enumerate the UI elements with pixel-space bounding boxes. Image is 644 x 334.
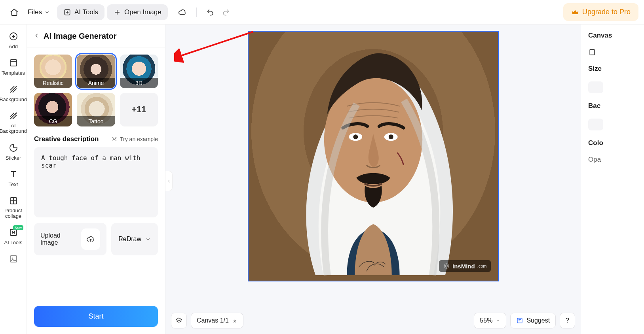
description-heading: Creative description	[34, 135, 99, 143]
back-button[interactable]	[34, 33, 40, 40]
panel-title: AI Image Generator	[44, 32, 117, 41]
style-tile-cg[interactable]: CG	[34, 93, 72, 126]
prop-opacity-heading: Opa	[588, 156, 644, 164]
sidebar-item-text[interactable]: Text	[0, 168, 27, 189]
svg-point-11	[388, 134, 393, 139]
templates-icon	[9, 58, 18, 68]
start-button[interactable]: Start	[34, 306, 158, 327]
undo-icon	[206, 8, 214, 16]
upload-image-button[interactable]: Upload Image	[34, 223, 106, 255]
sidebar-label: Background	[0, 96, 27, 102]
zoom-dropdown[interactable]: 55%	[474, 313, 506, 328]
sidebar-item-add[interactable]: Add	[0, 30, 27, 51]
chevron-down-icon	[496, 318, 500, 323]
new-badge: New	[13, 225, 23, 230]
svg-point-6	[11, 258, 13, 259]
help-button[interactable]: ?	[560, 313, 575, 328]
canvas-selector[interactable]: Canvas 1/1	[191, 313, 243, 328]
files-label: Files	[28, 8, 42, 16]
style-tile-realistic[interactable]: Realistic	[34, 55, 72, 88]
text-icon	[9, 170, 18, 179]
svg-rect-13	[517, 318, 522, 323]
sidebar-label: Text	[9, 181, 18, 187]
cloud-icon	[178, 8, 187, 17]
shuffle-icon	[111, 136, 117, 142]
sidebar-item-background[interactable]: Background	[0, 83, 27, 104]
style-more-button[interactable]: +11	[120, 93, 158, 126]
svg-point-12	[444, 264, 449, 268]
sidebar-label: AI Background	[0, 123, 27, 134]
layers-button[interactable]	[171, 313, 187, 328]
sidebar-item-sticker[interactable]: Sticker	[0, 142, 27, 162]
sticker-icon	[9, 143, 18, 153]
panel-collapse-handle[interactable]	[165, 171, 173, 191]
prop-background-heading: Bac	[588, 102, 644, 110]
canvas-area[interactable]: insMind.com Canvas 1/1 55% Suggest ?	[165, 25, 581, 334]
suggest-button[interactable]: Suggest	[510, 313, 556, 328]
main-area: Add Templates Background AI Background S…	[0, 25, 644, 334]
description-input[interactable]	[34, 147, 158, 217]
open-image-label: Open Image	[124, 8, 161, 16]
home-button[interactable]	[6, 4, 23, 20]
cloud-sync-button[interactable]	[174, 5, 191, 20]
sidebar-label: Product collage	[0, 208, 27, 219]
note-icon	[516, 317, 523, 324]
generated-image	[249, 32, 498, 281]
svg-point-9	[353, 134, 358, 139]
svg-rect-14	[590, 49, 595, 55]
layers-icon	[175, 317, 182, 324]
canvas-size-icon	[588, 48, 596, 56]
style-label: Tattoo	[77, 116, 115, 126]
crown-icon	[571, 8, 579, 16]
files-menu[interactable]: Files	[23, 5, 55, 19]
bottom-left-controls: Canvas 1/1	[171, 313, 243, 328]
sidebar-item-ai-background[interactable]: AI Background	[0, 109, 27, 136]
sidebar-label: AI Tools	[4, 240, 22, 245]
size-field[interactable]	[588, 81, 603, 93]
ai-generator-panel: AI Image Generator Realistic Anime 3D	[27, 25, 165, 334]
sidebar-item-more[interactable]	[0, 253, 27, 265]
prop-color-heading: Colo	[588, 139, 644, 147]
style-label: CG	[34, 116, 72, 126]
sidebar-item-ai-tools[interactable]: New AI Tools	[0, 226, 27, 247]
aperture-icon	[443, 262, 450, 270]
separator	[196, 8, 197, 17]
ai-sparkle-icon	[63, 8, 71, 16]
open-image-button[interactable]: Open Image	[107, 4, 168, 20]
canvas-indicator: Canvas 1/1	[197, 317, 229, 324]
style-label: Realistic	[34, 78, 72, 88]
upload-label: Upload Image	[40, 232, 76, 246]
upgrade-button[interactable]: Upgrade to Pro	[563, 3, 638, 21]
style-label: 3D	[120, 78, 158, 88]
redraw-dropdown[interactable]: ReDraw	[111, 223, 158, 255]
left-nav: Add Templates Background AI Background S…	[0, 25, 27, 334]
sidebar-item-product-collage[interactable]: Product collage	[0, 194, 27, 221]
background-field[interactable]	[588, 119, 603, 130]
undo-button[interactable]	[202, 5, 218, 19]
watermark-domain: .com	[477, 264, 487, 268]
bottom-right-controls: 55% Suggest ?	[474, 313, 575, 328]
style-tile-anime[interactable]: Anime	[77, 55, 115, 88]
plus-circle-icon	[9, 32, 18, 41]
style-more-label: +11	[131, 104, 146, 115]
watermark-brand: insMind	[452, 263, 475, 270]
sidebar-item-templates[interactable]: Templates	[0, 57, 27, 77]
plus-icon	[113, 8, 121, 16]
ai-tools-label: AI Tools	[74, 8, 98, 16]
redo-icon	[222, 8, 230, 16]
ai-tools-button[interactable]: AI Tools	[57, 4, 104, 20]
zoom-value: 55%	[480, 317, 492, 324]
style-tile-tattoo[interactable]: Tattoo	[77, 93, 115, 126]
redo-button[interactable]	[218, 5, 234, 19]
image-icon	[9, 254, 18, 264]
canvas-frame[interactable]: insMind.com	[248, 31, 499, 281]
prop-canvas-icon-row[interactable]	[588, 48, 644, 56]
panel-header: AI Image Generator	[27, 25, 165, 47]
help-label: ?	[566, 317, 569, 324]
suggest-label: Suggest	[526, 317, 550, 324]
try-example-button[interactable]: Try an example	[111, 136, 158, 142]
chevron-left-icon	[167, 179, 171, 183]
chevrons-up-icon	[232, 318, 237, 323]
hatch-icon	[9, 85, 18, 94]
style-tile-3d[interactable]: 3D	[120, 55, 158, 88]
